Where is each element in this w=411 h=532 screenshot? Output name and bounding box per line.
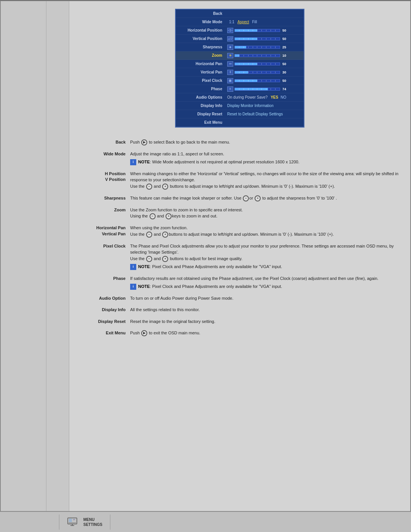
bottom-footer: MENU SETTINGS (0, 511, 411, 532)
osd-label-pixel-clock: Pixel Clock (176, 78, 225, 83)
desc-row-display-info: Display Info All the settings related to… (81, 307, 399, 313)
btn-icon-back: ▶ (141, 139, 147, 145)
wide-mode-1to1[interactable]: 1:1 (229, 20, 234, 24)
btn-icon-pan-minus: − (146, 232, 152, 238)
osd-value-h-pan: ⇔ 50 (225, 61, 304, 67)
desc-label-sharpness: Sharpness (81, 195, 130, 201)
desc-label-back: Back (81, 139, 130, 145)
v-pan-value: 30 (282, 70, 286, 74)
osd-item-exit-menu[interactable]: Exit Menu (176, 118, 304, 127)
osd-label-display-reset: Display Reset (176, 112, 225, 116)
btn-icon-pc-minus: − (146, 256, 152, 262)
desc-label-pixel-clock: Pixel Clock (81, 243, 130, 249)
zoom-value: 10 (282, 54, 286, 58)
footer-text: MENU SETTINGS (83, 517, 102, 527)
osd-item-audio-options[interactable]: Audio Options On during Power Save? YES … (176, 93, 304, 102)
wide-mode-aspect[interactable]: Aspect (237, 20, 249, 24)
btn-icon-minus-hv: − (146, 184, 152, 190)
osd-value-display-info: Display Monitor Information (225, 104, 304, 108)
desc-row-wide-mode: Wide Mode Adjust the image ratio as 1:1,… (81, 151, 399, 165)
osd-item-v-pos[interactable]: Vertical Position △▽ (176, 35, 304, 43)
footer-line1: MENU (83, 517, 102, 522)
audio-no[interactable]: NO (280, 95, 286, 99)
v-pan-bar (234, 71, 280, 74)
h-pan-icon: ⇔ (227, 61, 233, 67)
osd-label-exit-menu: Exit Menu (176, 120, 225, 125)
osd-label-display-info: Display Info (176, 104, 225, 108)
desc-label-zoom: Zoom (81, 207, 130, 213)
display-info-text: Display Monitor Information (227, 104, 274, 108)
desc-row-pan: Horizontal Pan Vertical Pan When using t… (81, 225, 399, 238)
osd-item-phase[interactable]: Phase ≡ 74 (176, 85, 304, 93)
note-block-phase: i NOTE: Pixel Clock and Phase Adjustment… (130, 283, 399, 290)
osd-value-h-pos: ◁▷ 50 (225, 28, 304, 33)
desc-row-back: Back Push ▶ to select Back to go back to… (81, 139, 399, 145)
h-pan-value: 50 (282, 62, 286, 66)
pixel-clock-value: 50 (282, 79, 286, 83)
note-text-phase: NOTE: Pixel Clock and Phase Adjustments … (138, 283, 282, 290)
desc-text-zoom: Use the Zoom function to zoom in to spec… (130, 207, 399, 220)
v-pos-value: 50 (282, 37, 286, 41)
desc-label-audio-option: Audio Option (81, 295, 130, 301)
osd-value-sharpness: ◈ 25 (225, 45, 304, 50)
wide-mode-fill[interactable]: Fill (252, 20, 257, 24)
h-pos-value: 50 (282, 29, 286, 32)
btn-icon-zoom-minus: − (150, 213, 156, 219)
osd-item-back[interactable]: Back (176, 10, 304, 18)
osd-label-h-pos: Horizontal Position (176, 28, 225, 32)
osd-item-h-pos[interactable]: Horizontal Position ◁▷ (176, 26, 304, 35)
osd-label-wide-mode: Wide Mode (176, 20, 225, 24)
osd-item-display-reset[interactable]: Display Reset Reset to Default Display S… (176, 110, 304, 118)
zoom-bar (234, 54, 280, 57)
osd-label-sharpness: Sharpness (176, 45, 225, 49)
desc-text-pixel-clock: The Phase and Pixel Clock adjustments al… (130, 243, 399, 270)
sharpness-value: 25 (282, 45, 286, 49)
desc-row-audio-option: Audio Option To turn on or off Audio Pow… (81, 295, 399, 302)
osd-label-v-pos: Vertical Position (176, 37, 225, 41)
left-sidebar (1, 1, 46, 511)
osd-label-h-pan: Horizontal Pan (176, 62, 225, 66)
note-block-wide-mode: i NOTE: Wide Mode adjustment is not requ… (130, 159, 399, 165)
desc-row-pixel-clock: Pixel Clock The Phase and Pixel Clock ad… (81, 243, 399, 270)
btn-icon-sharpness-plus: + (255, 195, 261, 201)
desc-text-exit-menu: Push ▶ to exit the OSD main menu. (130, 330, 399, 336)
desc-label-pan: Horizontal Pan Vertical Pan (81, 225, 130, 237)
desc-label-hv-pos: H Position V Position (81, 171, 130, 183)
desc-row-hv-pos: H Position V Position When making change… (81, 171, 399, 190)
h-pos-icon: ◁▷ (227, 28, 233, 33)
h-pos-bar (234, 29, 280, 32)
desc-row-phase: Phase If satisfactory results are not ob… (81, 275, 399, 290)
display-reset-text: Reset to Default Display Settings (227, 112, 283, 116)
desc-row-display-reset: Display Reset Reset the image to the ori… (81, 318, 399, 325)
footer-divider-right (110, 514, 110, 530)
osd-item-display-info[interactable]: Display Info Display Monitor Information (176, 102, 304, 110)
osd-value-phase: ≡ 74 (225, 86, 304, 92)
osd-item-zoom[interactable]: Zoom ⊕ 10 (176, 51, 304, 60)
osd-label-audio-options: Audio Options (176, 95, 225, 99)
btn-icon-zoom-plus: + (166, 213, 172, 219)
desc-row-zoom: Zoom Use the Zoom function to zoom in to… (81, 207, 399, 220)
osd-item-h-pan[interactable]: Horizontal Pan ⇔ (176, 60, 304, 68)
osd-value-wide-mode: 1:1 Aspect Fill (225, 19, 304, 25)
desc-label-wide-mode: Wide Mode (81, 151, 130, 157)
desc-text-back: Push ▶ to select Back to go back to the … (130, 139, 399, 145)
desc-label-phase: Phase (81, 275, 130, 281)
audio-yes[interactable]: YES (271, 95, 278, 99)
osd-item-sharpness[interactable]: Sharpness ◈ (176, 43, 304, 51)
page-wrapper: Back Wide Mode 1:1 Aspect Fill (0, 0, 411, 532)
desc-text-wide-mode: Adjust the image ratio as 1:1, aspect or… (130, 151, 399, 165)
desc-text-pan: When using the zoom function. Use the − … (130, 225, 399, 238)
osd-item-v-pan[interactable]: Vertical Pan ⇕ (176, 68, 304, 77)
note-block-pixel-clock: i NOTE: Pixel Clock and Phase Adjustment… (130, 264, 399, 270)
osd-value-v-pan: ⇕ 30 (225, 70, 304, 75)
middle-sidebar (46, 1, 69, 511)
phase-value: 74 (282, 87, 286, 91)
main-content: Back Wide Mode 1:1 Aspect Fill (0, 1, 411, 511)
note-text-pixel-clock: NOTE: Pixel Clock and Phase Adjustments … (138, 264, 282, 270)
osd-item-pixel-clock[interactable]: Pixel Clock ▦ (176, 77, 304, 85)
monitor-icon (67, 517, 78, 527)
h-pan-bar (234, 62, 280, 66)
osd-screen: Back Wide Mode 1:1 Aspect Fill (175, 9, 304, 128)
footer-line2: SETTINGS (83, 522, 102, 527)
osd-item-wide-mode[interactable]: Wide Mode 1:1 Aspect Fill (176, 18, 304, 26)
